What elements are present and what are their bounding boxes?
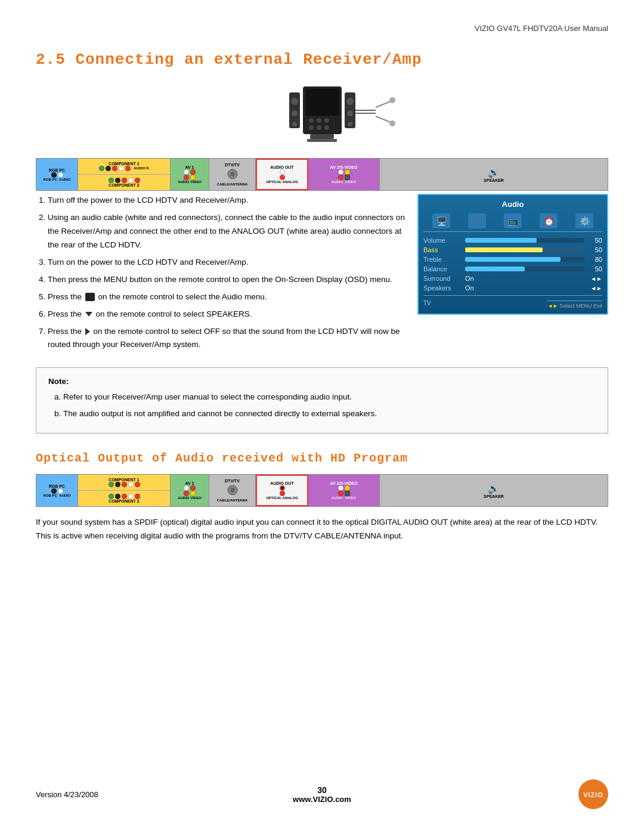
osd-bar-treble	[465, 257, 584, 262]
page-header: VIZIO GV47L FHDTV20A User Manual	[36, 24, 608, 33]
cb2-rgb-pc: RGB PC RGB PC AUDIO	[36, 475, 78, 506]
osd-value-volume: 50	[587, 237, 602, 244]
osd-row-bass: Bass 50	[423, 246, 602, 253]
osd-row-surround: Surround On ◄►	[423, 275, 602, 282]
page-footer: Version 4/23/2008 30 www.VIZIO.com VIZIO	[36, 779, 608, 809]
osd-label-balance: Balance	[423, 265, 462, 272]
svg-point-25	[230, 172, 235, 176]
cb-speaker: 🔊 SPEAKER	[380, 159, 608, 190]
osd-icon-5: ⚙️	[575, 213, 593, 228]
note-list: Refer to your Receiver/Amp user manual t…	[48, 391, 596, 421]
svg-point-21	[389, 120, 395, 126]
svg-point-20	[389, 97, 395, 103]
osd-bar-balance	[465, 267, 584, 271]
cb-component: COMPONENT 1 AUDIO R	[78, 159, 171, 190]
svg-point-15	[348, 122, 352, 126]
osd-title: Audio	[423, 200, 602, 209]
cb2-av2s: AV 2/S-VIDEO AUDIO VIDEO	[308, 475, 380, 506]
osd-label-speakers: Speakers	[423, 284, 462, 292]
cb2-av1: AV 1 AUDIO VIDEO	[171, 475, 209, 506]
osd-label-surround: Surround	[423, 275, 462, 282]
cb2-component: COMPONENT 1	[78, 475, 171, 506]
osd-row-treble: Treble 80	[423, 256, 602, 263]
cb-audio-out: AUDIO OUT OPTICAL ANALOG	[256, 159, 308, 190]
tv-svg	[239, 83, 405, 155]
svg-point-1	[291, 98, 298, 105]
svg-point-6	[309, 118, 314, 123]
footer-url: www.VIZIO.com	[293, 795, 351, 804]
down-arrow-icon	[85, 312, 92, 317]
osd-icon-3: 📺	[504, 213, 522, 228]
section2-body: If your sound system has a SPDIF (optica…	[36, 516, 608, 543]
svg-point-10	[317, 125, 321, 130]
cb2-audio-out: AUDIO OUT OPTICAL ANALOG	[256, 475, 308, 506]
right-arrow-icon	[85, 328, 90, 335]
cb2-speaker: 🔊 SPEAKER	[380, 475, 608, 506]
osd-tv-label: TV	[423, 300, 431, 306]
svg-text:VIZIO: VIZIO	[583, 791, 603, 798]
section2-title: Optical Output of Audio received with HD…	[36, 451, 608, 465]
svg-rect-5	[305, 89, 339, 116]
cb2-dtv: DTV/TV CABLE/ANTENNA	[209, 475, 256, 506]
instructions-col: Turn off the power to the LCD HDTV and R…	[36, 194, 405, 355]
cb-av1: AV 1 AUDIO VIDEO	[171, 159, 209, 190]
svg-point-11	[324, 125, 329, 130]
osd-icons-row: 🖥️ 🎵 📺 ⏰ ⚙️	[423, 213, 602, 232]
header-title: VIZIO GV47L FHDTV20A User Manual	[475, 24, 608, 33]
svg-line-18	[376, 101, 391, 107]
cb-av2s: AV 2/S-VIDEO AUDIO VIDEO	[308, 159, 380, 190]
menu-icon	[85, 293, 95, 301]
instruction-2: Using an audio cable (white and red conn…	[48, 211, 405, 252]
svg-line-19	[376, 116, 391, 122]
svg-rect-22	[310, 134, 334, 139]
svg-point-27	[230, 488, 235, 493]
svg-point-3	[292, 122, 297, 126]
instruction-3: Turn on the power to the LCD HDTV and Re…	[48, 256, 405, 270]
osd-icon-4: ⏰	[540, 213, 558, 228]
cb-dtv: DTV/TV CABLE/ANTENNA	[209, 159, 256, 190]
note-box: Note: Refer to your Receiver/Amp user ma…	[36, 367, 608, 433]
osd-footer-text: ◄► Select MENU Exit	[547, 301, 602, 309]
osd-icon-2: 🎵	[468, 213, 486, 228]
osd-screenshot: Audio 🖥️ 🎵 📺 ⏰ ⚙️ Volume 50	[417, 194, 608, 315]
tv-illustration	[36, 83, 608, 155]
footer-version: Version 4/23/2008	[36, 790, 98, 799]
osd-bar-bass	[465, 247, 584, 252]
instruction-5: Press the on the remote control to selec…	[48, 290, 405, 304]
svg-point-2	[292, 110, 298, 116]
content-row: Turn off the power to the LCD HDTV and R…	[36, 194, 608, 355]
osd-value-bass: 50	[587, 246, 602, 253]
note-item-b: The audio output is not amplified and ca…	[63, 407, 596, 421]
osd-label-volume: Volume	[423, 237, 462, 244]
osd-row-balance: Balance 50	[423, 265, 602, 272]
instruction-7: Press the on the remote control to selec…	[48, 325, 405, 352]
osd-icon-1: 🖥️	[432, 213, 450, 228]
vizio-logo: VIZIO	[578, 779, 608, 809]
osd-label-bass: Bass	[423, 246, 462, 253]
svg-point-8	[324, 118, 329, 123]
osd-label-treble: Treble	[423, 256, 462, 263]
osd-bar-fill-treble	[465, 257, 561, 262]
page-container: VIZIO GV47L FHDTV20A User Manual 2.5 Con…	[0, 0, 644, 833]
instruction-1: Turn off the power to the LCD HDTV and R…	[48, 194, 405, 208]
osd-bar-volume	[465, 238, 584, 243]
section1-title: 2.5 Connecting an external Receiver/Amp	[36, 51, 608, 69]
note-title: Note:	[48, 377, 596, 386]
osd-bar-fill-bass	[465, 247, 543, 252]
connector-bar-2: RGB PC RGB PC AUDIO COMPONENT 1	[36, 474, 608, 507]
osd-arrow-speakers: ◄►	[590, 285, 602, 292]
osd-value-surround: On	[462, 275, 590, 282]
svg-point-13	[346, 98, 354, 105]
screenshot-col: Audio 🖥️ 🎵 📺 ⏰ ⚙️ Volume 50	[417, 194, 608, 355]
connector-bar-1: RGB PC RGB PC AUDIO COMPONENT 1	[36, 158, 608, 191]
instruction-4: Then press the MENU button on the remote…	[48, 273, 405, 287]
cb-rgb-pc: RGB PC RGB PC AUDIO	[36, 159, 78, 190]
osd-arrow-surround: ◄►	[590, 275, 602, 282]
svg-point-9	[309, 125, 314, 130]
note-item-a: Refer to your Receiver/Amp user manual t…	[63, 391, 596, 404]
osd-value-treble: 80	[587, 256, 602, 263]
osd-bar-fill-volume	[465, 238, 537, 243]
svg-point-7	[317, 118, 321, 123]
instruction-6: Press the on the remote control to selec…	[48, 308, 405, 321]
svg-point-14	[347, 110, 353, 116]
